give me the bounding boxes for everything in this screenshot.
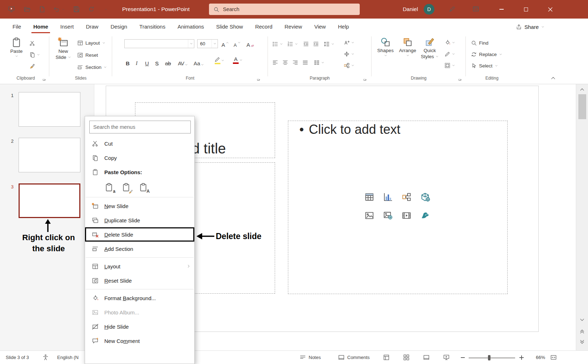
clear-formatting-button[interactable]: A <box>246 39 255 48</box>
avatar[interactable]: D <box>424 4 434 15</box>
arrange-button[interactable]: Arrange <box>397 37 418 57</box>
font-dialog-launcher[interactable] <box>256 76 261 81</box>
slide-thumbnail-2[interactable] <box>19 138 80 172</box>
new-document-icon[interactable] <box>39 6 46 13</box>
font-name-combo[interactable] <box>124 39 194 48</box>
shape-effects-button[interactable] <box>444 61 455 69</box>
paste-option-use-destination-theme[interactable] <box>121 182 131 193</box>
text-direction-button[interactable] <box>344 39 354 46</box>
slide-counter[interactable]: Slide 3 of 3 <box>6 351 29 364</box>
start-presentation-icon[interactable] <box>8 6 15 13</box>
text-shadow-button[interactable]: S <box>155 58 159 66</box>
tab-file[interactable]: File <box>6 19 27 34</box>
chevron-down-icon[interactable] <box>188 40 194 48</box>
character-spacing-button[interactable]: AV <box>178 58 188 66</box>
comments-toggle[interactable]: Comments <box>347 351 370 364</box>
menu-item-layout[interactable]: Layout <box>85 259 194 273</box>
minimize-button[interactable] <box>492 0 512 19</box>
zoom-percentage[interactable]: 66% <box>529 351 545 364</box>
slideshow-view-icon[interactable] <box>443 354 450 361</box>
insert-table-icon[interactable] <box>362 189 377 205</box>
italic-button[interactable]: I <box>136 58 138 66</box>
user-name[interactable]: Daniel <box>392 0 418 19</box>
comments-icon[interactable] <box>338 354 345 361</box>
font-color-button[interactable]: A <box>233 56 243 64</box>
drawing-dialog-launcher[interactable] <box>458 76 463 81</box>
tab-view[interactable]: View <box>308 19 332 34</box>
line-spacing-button[interactable] <box>324 40 334 48</box>
menu-item-photo-album[interactable]: Photo Album... <box>85 305 194 319</box>
menu-item-duplicate-slide[interactable]: Duplicate Slide <box>85 213 194 227</box>
undo-icon[interactable] <box>53 6 60 13</box>
align-center-button[interactable] <box>282 59 288 66</box>
normal-view-icon[interactable] <box>383 354 390 361</box>
quick-access-more-icon[interactable] <box>104 6 108 13</box>
find-button[interactable]: Find <box>471 39 488 47</box>
right-content-placeholder[interactable] <box>288 121 508 294</box>
layout-button[interactable]: Layout <box>77 39 105 47</box>
copy-button[interactable] <box>29 51 40 59</box>
next-slide-icon[interactable] <box>579 339 585 345</box>
bold-button[interactable]: B <box>126 58 130 66</box>
ribbon-display-options-icon[interactable] <box>472 5 479 12</box>
tab-home[interactable]: Home <box>27 19 54 34</box>
insert-icons-icon[interactable] <box>417 208 433 223</box>
menu-item-new-comment[interactable]: New Comment <box>85 334 194 348</box>
language-indicator[interactable]: English (N <box>57 351 79 364</box>
decrease-indent-button[interactable] <box>303 40 309 48</box>
tab-help[interactable]: Help <box>332 19 355 34</box>
insert-smartart-icon[interactable] <box>399 189 414 205</box>
align-right-button[interactable] <box>292 59 298 66</box>
tab-insert[interactable]: Insert <box>54 19 80 34</box>
menu-item-delete-slide[interactable]: Delete Slide <box>85 227 194 242</box>
shape-outline-button[interactable] <box>444 50 455 58</box>
slide-thumbnail-3[interactable] <box>19 183 80 218</box>
replace-button[interactable]: Replace <box>471 50 502 59</box>
insert-video-icon[interactable] <box>399 208 414 223</box>
shrink-font-button[interactable]: A <box>234 39 241 48</box>
insert-picture-icon[interactable] <box>362 208 377 223</box>
change-case-button[interactable]: Aa <box>194 58 204 66</box>
search-input[interactable] <box>223 6 355 12</box>
paragraph-dialog-launcher[interactable] <box>363 76 368 81</box>
shapes-button[interactable]: Shapes <box>376 37 395 57</box>
fit-slide-to-window-icon[interactable] <box>550 354 557 361</box>
share-button[interactable]: Share <box>516 21 544 32</box>
increase-indent-button[interactable] <box>313 40 319 48</box>
zoom-slider-thumb[interactable] <box>488 355 490 360</box>
close-button[interactable] <box>540 0 560 19</box>
collapse-ribbon-button[interactable] <box>550 75 557 81</box>
slide-sorter-view-icon[interactable] <box>403 354 410 361</box>
previous-slide-icon[interactable] <box>579 328 585 335</box>
search-box[interactable] <box>209 4 360 15</box>
vertical-scrollbar[interactable] <box>576 84 588 350</box>
strikethrough-button[interactable]: ab <box>165 58 171 66</box>
menu-item-cut[interactable]: Cut <box>85 136 194 151</box>
format-painter-button[interactable] <box>29 62 35 70</box>
section-button[interactable]: Section <box>77 63 107 71</box>
accessibility-icon[interactable] <box>42 354 49 361</box>
convert-to-smartart-button[interactable] <box>344 61 354 69</box>
grow-font-button[interactable]: A <box>221 39 229 48</box>
columns-button[interactable] <box>314 59 324 66</box>
numbering-button[interactable] <box>287 40 298 48</box>
quick-styles-button[interactable]: Quick Styles <box>420 37 439 59</box>
bullets-button[interactable] <box>272 40 283 48</box>
scroll-up-icon[interactable] <box>579 86 585 93</box>
menu-search-input[interactable] <box>89 121 191 133</box>
tab-review[interactable]: Review <box>279 19 308 34</box>
draw-ink-icon[interactable] <box>449 5 456 12</box>
menu-item-hide-slide[interactable]: Hide Slide <box>85 319 194 334</box>
tab-slide-show[interactable]: Slide Show <box>210 19 249 34</box>
font-size-combo[interactable]: 60 <box>197 39 218 48</box>
tab-draw[interactable]: Draw <box>80 19 104 34</box>
tab-transitions[interactable]: Transitions <box>133 19 171 34</box>
content-placeholder-text[interactable]: •Click to add text <box>299 122 400 137</box>
scroll-down-icon[interactable] <box>579 317 585 323</box>
tab-animations[interactable]: Animations <box>171 19 210 34</box>
open-file-icon[interactable] <box>24 6 31 13</box>
stock-image-icon[interactable] <box>380 208 396 223</box>
align-text-button[interactable] <box>344 50 354 58</box>
scrollbar-thumb[interactable] <box>578 94 586 119</box>
select-button[interactable]: Select <box>471 61 498 70</box>
